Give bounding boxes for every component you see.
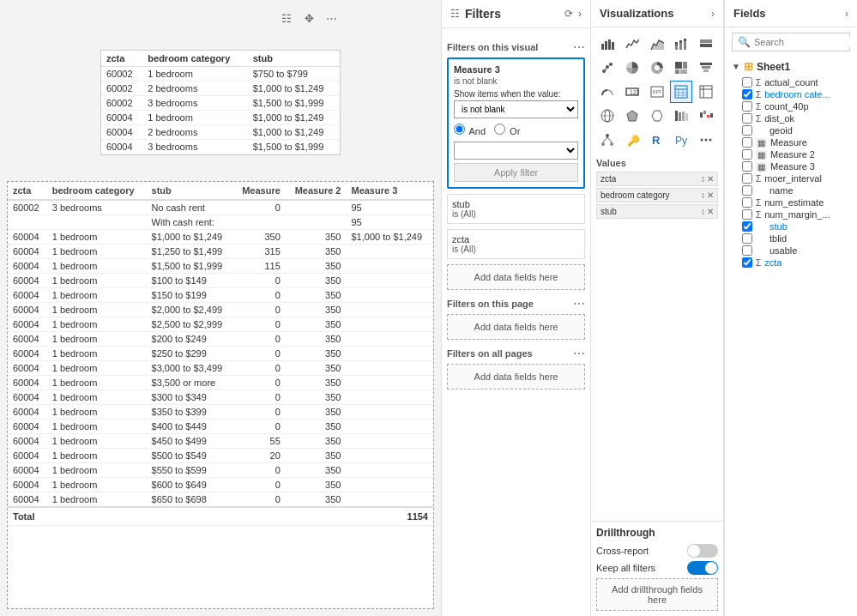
search-icon: 🔍 — [738, 36, 751, 48]
viz-shape-map-icon[interactable] — [646, 105, 668, 127]
filter-icon[interactable]: ☷ — [277, 9, 296, 27]
table-cell: 0 — [233, 317, 286, 332]
field-checkbox[interactable] — [742, 173, 752, 184]
field-checkbox[interactable] — [742, 257, 752, 268]
viz-bar-icon[interactable] — [596, 33, 619, 55]
add-fields-page-button[interactable]: Add data fields here — [447, 314, 585, 340]
cross-report-track[interactable] — [687, 544, 718, 558]
viz-r-icon[interactable]: R — [646, 129, 668, 151]
viz-scatter-icon[interactable] — [596, 57, 619, 79]
radio-and-label[interactable]: And — [454, 124, 486, 136]
filters-all-more-icon[interactable]: ⋯ — [573, 347, 585, 360]
viz-ribbon-icon[interactable] — [670, 105, 692, 127]
add-fields-visual-button[interactable]: Add data fields here — [447, 264, 585, 290]
expand-icon[interactable]: ✥ — [299, 9, 318, 27]
viz-keyinf-icon[interactable]: 🔑 — [621, 129, 643, 151]
viz-gauge-icon[interactable] — [596, 81, 619, 103]
viz-field-item[interactable]: zcta ↕ ✕ — [596, 172, 718, 186]
field-name-label: dist_ok — [764, 113, 794, 124]
field-checkbox[interactable] — [742, 245, 752, 256]
svg-text:🔑: 🔑 — [627, 134, 639, 147]
viz-filled-map-icon[interactable] — [621, 105, 643, 127]
sort-icon[interactable]: ↕ — [701, 207, 705, 216]
add-fields-allpages-button[interactable]: Add data fields here — [447, 364, 585, 390]
viz-funnel-icon[interactable] — [695, 57, 717, 79]
field-checkbox[interactable] — [742, 197, 752, 208]
viz-map-icon[interactable] — [596, 105, 619, 127]
remove-icon[interactable]: ✕ — [707, 207, 714, 216]
viz-python-icon[interactable]: Py — [670, 129, 692, 151]
field-checkbox[interactable] — [742, 137, 752, 148]
viz-expand-icon[interactable]: › — [711, 8, 715, 20]
viz-table-icon[interactable] — [670, 81, 692, 103]
field-checkbox[interactable] — [742, 149, 752, 160]
field-name-label: tblid — [769, 233, 787, 244]
table-cell: 60004 — [8, 449, 47, 463]
field-checkbox[interactable] — [742, 161, 752, 172]
filter-condition-dropdown[interactable]: is not blank — [454, 100, 578, 118]
viz-area-icon[interactable] — [646, 33, 668, 55]
table-cell: 60004 — [8, 317, 47, 332]
field-checkbox[interactable] — [742, 125, 752, 136]
field-checkbox[interactable] — [742, 209, 752, 220]
remove-icon[interactable]: ✕ — [707, 190, 714, 200]
filters-sync-icon[interactable]: ⟳ — [564, 8, 573, 20]
field-checkbox[interactable] — [742, 113, 752, 124]
filters-more-icon[interactable]: ⋯ — [573, 40, 585, 54]
col-stub: stub — [147, 182, 234, 200]
viz-pie-icon[interactable] — [621, 57, 643, 79]
fields-table-header[interactable]: ▼ ⊞ Sheet1 — [732, 60, 850, 73]
viz-100bar-icon[interactable] — [695, 33, 717, 55]
keep-filters-track[interactable] — [687, 561, 718, 575]
viz-field-item[interactable]: stub ↕ ✕ — [596, 204, 718, 219]
field-checkbox[interactable] — [742, 233, 752, 244]
svg-point-16 — [605, 69, 607, 71]
viz-waterfall-icon[interactable] — [695, 105, 717, 127]
cross-report-thumb — [688, 545, 700, 557]
fields-search-input[interactable] — [754, 37, 857, 47]
viz-more-icon[interactable] — [695, 129, 717, 151]
more-options-icon[interactable]: ⋯ — [322, 9, 341, 27]
viz-field-item[interactable]: bedroom category ↕ ✕ — [596, 188, 718, 202]
field-checkbox[interactable] — [742, 89, 752, 100]
radio-or-label[interactable]: Or — [494, 124, 520, 136]
viz-matrix-icon[interactable] — [695, 81, 717, 103]
simple-filter-card[interactable]: zcta is (All) — [447, 229, 585, 259]
filters-page-more-icon[interactable]: ⋯ — [573, 297, 585, 311]
sort-icon[interactable]: ↕ — [701, 174, 705, 184]
col-measure3: Measure 3 — [346, 182, 433, 200]
viz-donut-icon[interactable] — [646, 57, 668, 79]
field-checkbox[interactable] — [742, 221, 752, 232]
fields-collapse-icon[interactable]: › — [845, 8, 848, 20]
radio-and[interactable] — [454, 124, 465, 135]
table-expand-icon[interactable]: ▼ — [732, 62, 740, 71]
viz-line-icon[interactable] — [621, 33, 643, 55]
simple-filter-card[interactable]: stub is (All) — [447, 194, 585, 224]
viz-field-icons: ↕ ✕ — [701, 174, 714, 184]
keep-filters-toggle[interactable] — [687, 561, 718, 575]
add-drillthrough-button[interactable]: Add drillthrough fields here — [596, 578, 718, 611]
apply-filter-button[interactable]: Apply filter — [454, 163, 578, 182]
viz-stacked-bar-icon[interactable] — [670, 33, 692, 55]
filters-collapse-icon[interactable]: › — [578, 8, 582, 20]
preview-table-cell: $1,500 to $1,999 — [248, 96, 340, 111]
viz-kpi-icon[interactable]: KPI — [646, 81, 668, 103]
viz-decomp-icon[interactable] — [596, 129, 619, 151]
sort-icon[interactable]: ↕ — [701, 190, 705, 200]
preview-table-cell: 60004 — [101, 140, 142, 154]
filter-value-select[interactable] — [454, 142, 578, 160]
remove-icon[interactable]: ✕ — [707, 174, 714, 184]
viz-card-icon[interactable]: 123 — [621, 81, 643, 103]
table-cell: 1 bedroom — [47, 463, 147, 478]
svg-point-59 — [709, 139, 712, 142]
viz-treemap-icon[interactable] — [670, 57, 692, 79]
field-checkbox[interactable] — [742, 101, 752, 112]
table-cell: 350 — [286, 245, 347, 259]
field-name-label: name — [769, 185, 794, 196]
radio-or[interactable] — [494, 124, 505, 135]
main-table-scroll[interactable]: zcta bedroom category stub Measure Measu… — [8, 182, 433, 608]
field-checkbox[interactable] — [742, 185, 752, 196]
table-cell: 350 — [286, 390, 347, 405]
field-checkbox[interactable] — [742, 77, 752, 88]
cross-report-toggle[interactable] — [687, 544, 718, 558]
